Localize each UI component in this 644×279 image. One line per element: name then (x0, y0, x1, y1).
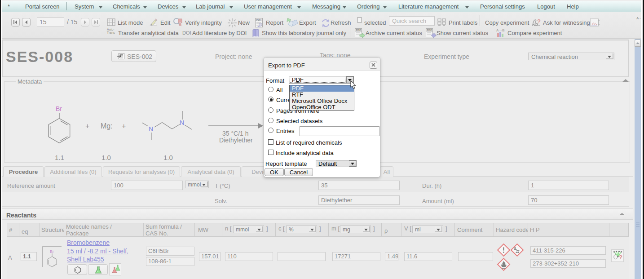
svg-text:PDF: PDF (356, 29, 361, 31)
svg-text:+: + (85, 122, 89, 130)
svg-text:1.0: 1.0 (101, 154, 111, 161)
svg-text:A→B: A→B (496, 28, 505, 32)
svg-text:35 °C/1 h: 35 °C/1 h (222, 130, 249, 137)
svg-text:N: N (149, 125, 153, 133)
svg-text:Br: Br (50, 249, 54, 254)
svg-text:Diethylether: Diethylether (219, 137, 253, 144)
svg-text:PDF: PDF (427, 29, 432, 31)
svg-text:N: N (180, 119, 184, 126)
svg-text:Mg:: Mg: (101, 122, 113, 130)
svg-text:1.0: 1.0 (163, 154, 173, 161)
svg-text:PDF: PDF (256, 18, 261, 21)
svg-text:?: ? (619, 254, 622, 261)
svg-text:?: ? (537, 18, 541, 25)
svg-text:Br: Br (56, 105, 62, 112)
svg-text:+: + (122, 122, 126, 130)
svg-text:1.1: 1.1 (55, 154, 64, 161)
